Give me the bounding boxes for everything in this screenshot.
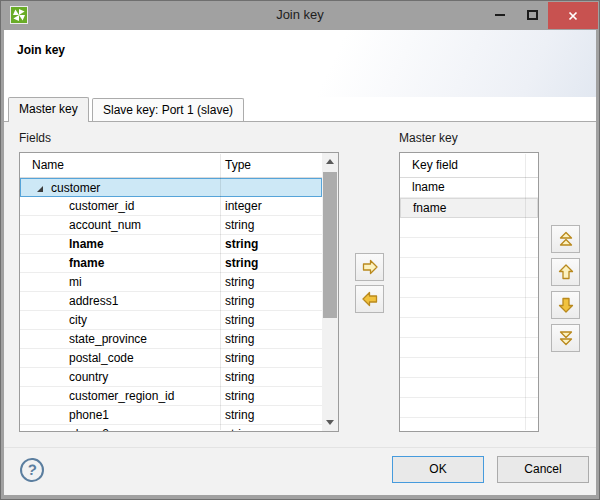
- maximize-icon: [527, 10, 538, 20]
- ok-button[interactable]: OK: [392, 456, 484, 483]
- field-type: string: [225, 311, 254, 329]
- remove-key-button[interactable]: [355, 285, 384, 313]
- minimize-button[interactable]: [484, 1, 516, 29]
- field-row-fname[interactable]: fname string: [20, 254, 322, 273]
- arrow-down-icon: [557, 296, 575, 314]
- move-up-button[interactable]: [551, 258, 580, 286]
- field-type: string: [225, 349, 254, 367]
- field-name: phone2: [69, 425, 109, 431]
- master-key-table-header[interactable]: Key field: [400, 153, 538, 178]
- field-row-city[interactable]: city string: [20, 311, 322, 330]
- arrow-right-icon: [361, 258, 379, 276]
- dialog-header: Join key: [4, 30, 596, 97]
- field-name: postal_code: [69, 349, 134, 367]
- minimize-icon: [495, 14, 505, 16]
- field-name: phone1: [69, 406, 109, 424]
- add-key-button[interactable]: [355, 253, 384, 281]
- arrow-up-icon: [557, 263, 575, 281]
- field-row-country[interactable]: country string: [20, 368, 322, 387]
- help-button[interactable]: ?: [19, 457, 45, 483]
- field-type: integer: [225, 197, 262, 215]
- fields-table-header[interactable]: Name Type: [20, 153, 322, 178]
- close-button[interactable]: [548, 2, 598, 29]
- dialog-header-title: Join key: [17, 43, 65, 57]
- column-header-key-field[interactable]: Key field: [412, 153, 458, 177]
- field-row-postal-code[interactable]: postal_code string: [20, 349, 322, 368]
- double-chevron-up-icon: [557, 230, 575, 248]
- scrollbar-thumb[interactable]: [323, 172, 337, 318]
- double-chevron-down-icon: [557, 329, 575, 347]
- move-bottom-button[interactable]: [551, 324, 580, 352]
- field-type: string: [225, 235, 258, 253]
- key-field-name: fname: [413, 199, 446, 218]
- fields-label: Fields: [19, 131, 51, 145]
- field-row-customer-id[interactable]: customer_id integer: [20, 197, 322, 216]
- field-type: string: [225, 368, 254, 386]
- field-row-account-num[interactable]: account_num string: [20, 216, 322, 235]
- field-name: address1: [69, 292, 118, 310]
- tab-bar: Master key Slave key: Port 1 (slave): [4, 97, 596, 122]
- field-type: string: [225, 406, 254, 424]
- key-field-name: lname: [412, 178, 445, 197]
- field-name: customer_id: [69, 197, 134, 215]
- arrow-left-icon: [361, 290, 379, 308]
- column-divider: [525, 154, 526, 430]
- maximize-button[interactable]: [516, 1, 548, 29]
- tab-content: Fields Name Type customer customer_id in…: [4, 122, 596, 447]
- field-row-mi[interactable]: mi string: [20, 273, 322, 292]
- field-row-lname[interactable]: lname string: [20, 235, 322, 254]
- fields-scrollbar[interactable]: [322, 153, 338, 431]
- tab-slave-key[interactable]: Slave key: Port 1 (slave): [92, 98, 244, 122]
- button-bar: ? OK Cancel: [4, 447, 596, 495]
- field-row-customer-region-id[interactable]: customer_region_id string: [20, 387, 322, 406]
- fields-rows: customer customer_id integer account_num…: [20, 178, 322, 431]
- scroll-down-icon: [326, 420, 334, 425]
- field-name: lname: [69, 235, 104, 253]
- close-icon: [566, 9, 580, 23]
- scrollbar-down-button[interactable]: [322, 414, 338, 431]
- field-row-phone1[interactable]: phone1 string: [20, 406, 322, 425]
- window-controls: [484, 1, 598, 29]
- field-row-state-province[interactable]: state_province string: [20, 330, 322, 349]
- field-type: string: [225, 254, 258, 272]
- column-header-name[interactable]: Name: [32, 153, 64, 177]
- key-row-fname[interactable]: fname: [400, 198, 538, 218]
- tree-node-customer[interactable]: customer: [20, 178, 322, 197]
- field-type: string: [225, 387, 254, 405]
- field-name: city: [69, 311, 87, 329]
- column-header-type[interactable]: Type: [225, 153, 251, 177]
- column-divider: [220, 154, 221, 430]
- master-key-label: Master key: [399, 131, 458, 145]
- key-row-lname[interactable]: lname: [400, 178, 538, 198]
- field-type: string: [225, 330, 254, 348]
- field-name: customer_region_id: [69, 387, 174, 405]
- field-name: state_province: [69, 330, 147, 348]
- dialog-body: Join key Master key Slave key: Port 1 (s…: [4, 30, 596, 495]
- fields-table: Name Type customer customer_id integer a…: [19, 152, 339, 432]
- field-type: string: [225, 292, 254, 310]
- scrollbar-up-button[interactable]: [322, 153, 338, 170]
- field-name: country: [69, 368, 108, 386]
- move-top-button[interactable]: [551, 225, 580, 253]
- field-name: fname: [69, 254, 104, 272]
- title-bar[interactable]: Join key: [1, 1, 599, 30]
- master-key-rows: lname fname: [400, 178, 538, 431]
- field-type: string: [225, 273, 254, 291]
- tree-node-label: customer: [51, 179, 100, 197]
- master-key-table: Key field lname fname: [399, 152, 539, 432]
- field-row-address1[interactable]: address1 string: [20, 292, 322, 311]
- cancel-button[interactable]: Cancel: [497, 456, 589, 483]
- tab-master-key[interactable]: Master key: [8, 97, 89, 122]
- scroll-up-icon: [326, 159, 334, 164]
- field-type: string: [225, 425, 254, 431]
- join-key-dialog: Join key Join key Master key Slave key: …: [0, 0, 600, 500]
- field-type: string: [225, 216, 254, 234]
- field-name: mi: [69, 273, 82, 291]
- field-name: account_num: [69, 216, 141, 234]
- field-row-phone2[interactable]: phone2 string: [20, 425, 322, 431]
- move-down-button[interactable]: [551, 291, 580, 319]
- tree-expander-icon[interactable]: [37, 186, 43, 192]
